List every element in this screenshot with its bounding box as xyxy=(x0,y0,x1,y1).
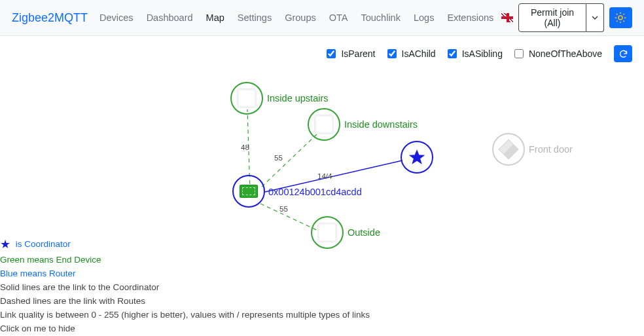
sensor-icon xyxy=(314,115,334,134)
label-inside-downstairs: Inside downstairs xyxy=(344,119,418,130)
lq-coord: 14/4 xyxy=(317,172,332,180)
legend-dashed: Dashed lines are the link with Routes xyxy=(0,295,370,308)
legend-hide: Click on me to hide xyxy=(0,322,370,336)
brand[interactable]: Zigbee2MQTT xyxy=(12,11,88,25)
lq-upstairs: 48 xyxy=(241,143,249,151)
svg-line-5 xyxy=(617,14,618,15)
filter-isparent-checkbox[interactable] xyxy=(327,49,336,58)
router-chip-icon xyxy=(240,185,258,198)
filter-isasibling[interactable]: IsASibling xyxy=(445,47,503,60)
refresh-map-button[interactable] xyxy=(614,45,632,62)
svg-line-8 xyxy=(624,14,625,15)
nav-map[interactable]: Map xyxy=(201,9,230,27)
zigbee-map[interactable]: 48 55 55 14/4 Inside upstairs Inside dow… xyxy=(0,62,644,336)
svg-point-0 xyxy=(618,16,622,20)
legend-quality: Link quality is between 0 - 255 (higher … xyxy=(0,308,370,322)
filter-bar: IsParent IsAChild IsASibling NoneOfTheAb… xyxy=(0,36,644,65)
link-router-downstairs xyxy=(262,134,317,187)
label-inside-upstairs: Inside upstairs xyxy=(267,93,329,103)
node-inside-upstairs[interactable] xyxy=(230,82,263,115)
nav-extensions[interactable]: Extensions xyxy=(442,9,499,27)
nav-dashboard[interactable]: Dashboard xyxy=(141,9,198,27)
nav-groups[interactable]: Groups xyxy=(279,9,321,27)
chevron-down-icon xyxy=(592,14,598,21)
settings-gear-button[interactable] xyxy=(609,7,632,28)
filter-isparent[interactable]: IsParent xyxy=(324,47,375,60)
svg-line-7 xyxy=(617,21,618,22)
permit-join-dropdown[interactable] xyxy=(586,3,604,32)
nav-ota[interactable]: OTA xyxy=(324,9,353,27)
node-front-door[interactable] xyxy=(492,133,525,166)
nav-settings[interactable]: Settings xyxy=(232,9,277,27)
door-sensor-icon xyxy=(498,139,518,159)
language-flag-icon[interactable] xyxy=(501,13,513,22)
legend-solid: Solid lines are the link to the Coordina… xyxy=(0,281,370,295)
nav-devices[interactable]: Devices xyxy=(94,9,139,27)
legend-router: Blue means Router xyxy=(0,267,370,281)
nav-logs[interactable]: Logs xyxy=(408,9,439,27)
lq-downstairs: 55 xyxy=(274,154,283,162)
sensor-icon xyxy=(237,88,257,108)
legend-coordinator: ★ is Coordinator xyxy=(0,236,370,254)
legend-enddevice: Green means End Device xyxy=(0,253,370,267)
nav-touchlink[interactable]: Touchlink xyxy=(355,9,405,27)
filter-isachild[interactable]: IsAChild xyxy=(385,47,436,60)
label-front-door: Front door xyxy=(529,144,573,155)
refresh-icon xyxy=(618,49,628,59)
filter-isasibling-checkbox[interactable] xyxy=(448,49,457,58)
star-icon: ★ xyxy=(0,238,10,251)
navbar: Zigbee2MQTT Devices Dashboard Map Settin… xyxy=(0,0,644,36)
filter-noneoftheabove-checkbox[interactable] xyxy=(514,49,524,58)
map-legend[interactable]: ★ is Coordinator Green means End Device … xyxy=(0,236,370,336)
svg-line-6 xyxy=(624,21,625,22)
label-router: 0x00124b001cd4acdd xyxy=(268,187,362,197)
node-router[interactable] xyxy=(232,175,265,208)
lq-outside: 55 xyxy=(279,205,288,213)
coordinator-star-icon xyxy=(408,148,426,166)
node-coordinator[interactable] xyxy=(401,141,433,174)
permit-join-group: Permit join (All) xyxy=(518,3,604,32)
filter-isachild-checkbox[interactable] xyxy=(387,49,397,58)
node-inside-downstairs[interactable] xyxy=(308,108,340,141)
filter-noneoftheabove[interactable]: NoneOfTheAbove xyxy=(512,47,602,60)
permit-join-button[interactable]: Permit join (All) xyxy=(518,3,586,32)
gear-icon xyxy=(615,12,626,24)
